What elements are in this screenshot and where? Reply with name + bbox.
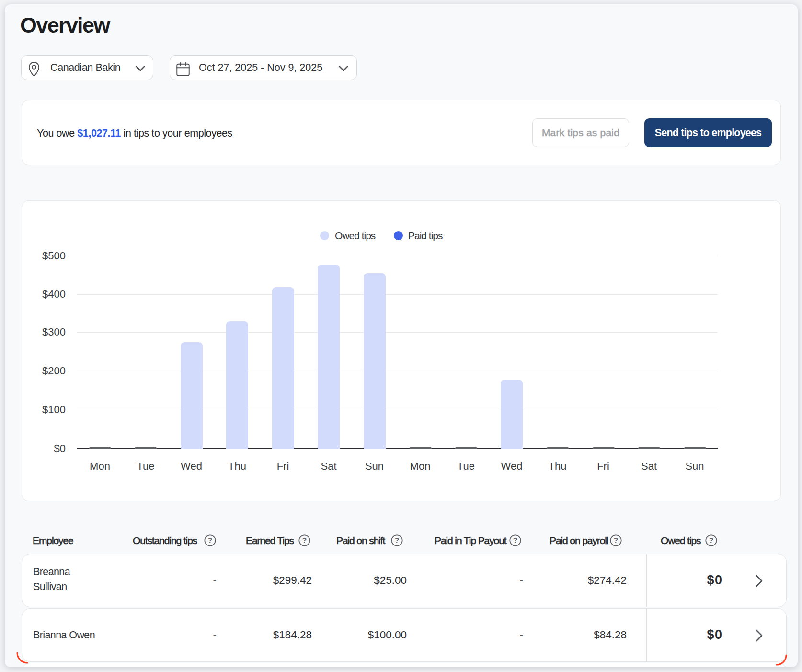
svg-text:?: ?	[614, 536, 618, 544]
svg-text:?: ?	[395, 536, 399, 544]
svg-text:?: ?	[302, 536, 307, 544]
svg-text:?: ?	[709, 536, 713, 544]
svg-text:?: ?	[208, 536, 212, 544]
svg-text:?: ?	[513, 536, 517, 544]
